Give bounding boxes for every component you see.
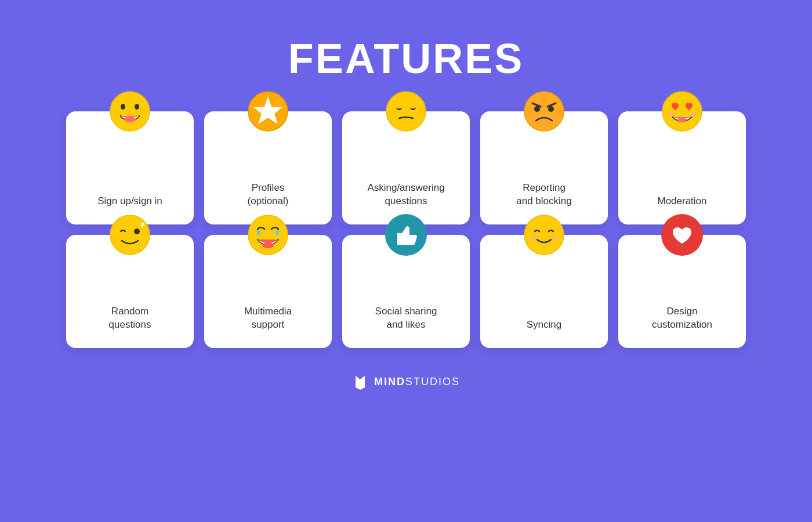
feature-card-reporting: Reportingand blocking <box>480 111 608 224</box>
design-icon <box>661 214 703 256</box>
svg-point-24 <box>524 215 564 255</box>
feature-label-multimedia: Multimediasupport <box>244 305 292 332</box>
svg-point-14 <box>662 92 702 131</box>
sign-up-icon <box>109 90 151 132</box>
svg-point-22 <box>276 230 279 235</box>
feature-label-reporting: Reportingand blocking <box>516 182 571 208</box>
feature-card-sign-up: Sign up/sign in <box>66 111 194 224</box>
random-icon <box>109 214 151 256</box>
svg-point-20 <box>248 215 288 255</box>
syncing-icon <box>523 214 565 256</box>
feature-card-multimedia: Multimediasupport <box>204 235 332 348</box>
feature-card-moderation: Moderation <box>618 111 746 224</box>
svg-point-15 <box>677 118 687 122</box>
brand-logo <box>352 374 368 390</box>
svg-point-25 <box>530 236 537 241</box>
svg-point-17 <box>690 113 697 117</box>
svg-point-1 <box>121 104 125 110</box>
brand-name: MINDSTUDIOS <box>374 376 460 388</box>
profiles-icon <box>247 90 289 132</box>
svg-point-16 <box>667 113 674 117</box>
features-grid: Sign up/sign in Profiles(optional) <box>66 111 746 348</box>
footer: MINDSTUDIOS <box>352 374 460 390</box>
feature-card-syncing: Syncing <box>480 235 608 348</box>
feature-card-design: Designcustomization <box>618 235 746 348</box>
svg-point-3 <box>124 117 136 122</box>
svg-point-19 <box>134 229 140 234</box>
feature-card-social: Social sharingand likes <box>342 235 470 348</box>
page-title: FEATURES <box>288 35 524 82</box>
reporting-icon <box>523 90 565 132</box>
svg-point-11 <box>524 92 564 131</box>
feature-card-profiles: Profiles(optional) <box>204 111 332 224</box>
feature-label-asking: Asking/answeringquestions <box>367 182 444 208</box>
svg-point-12 <box>534 106 540 112</box>
feature-label-design: Designcustomization <box>652 305 712 332</box>
svg-point-13 <box>548 106 554 112</box>
svg-point-2 <box>135 104 139 110</box>
feature-label-social: Social sharingand likes <box>375 305 437 332</box>
svg-point-18 <box>110 215 150 255</box>
feature-card-asking: Asking/answeringquestions <box>342 111 470 224</box>
feature-label-profiles: Profiles(optional) <box>248 182 289 208</box>
svg-rect-9 <box>396 106 402 108</box>
multimedia-icon <box>247 214 289 256</box>
feature-label-moderation: Moderation <box>657 195 706 208</box>
feature-label-random: Randomquestions <box>109 305 151 332</box>
feature-label-sign-up: Sign up/sign in <box>97 195 162 208</box>
svg-point-23 <box>262 242 274 248</box>
svg-point-21 <box>257 230 260 235</box>
asking-icon <box>385 90 427 132</box>
svg-point-0 <box>110 92 150 131</box>
svg-rect-10 <box>410 106 416 108</box>
moderation-icon <box>661 90 703 132</box>
svg-point-6 <box>386 92 426 131</box>
social-icon <box>385 214 427 256</box>
svg-point-26 <box>551 236 558 241</box>
feature-card-random: Randomquestions <box>66 235 194 348</box>
feature-label-syncing: Syncing <box>527 318 561 332</box>
